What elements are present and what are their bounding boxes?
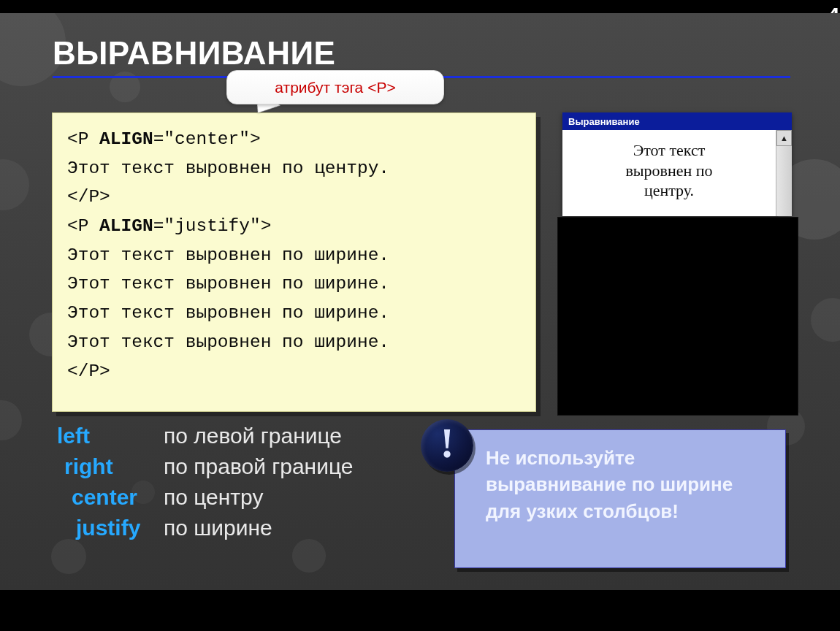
warning-text: Не используйте выравнивание по ширине дл… <box>486 447 733 522</box>
warning-icon: ! <box>421 419 473 472</box>
code-content: <P ALIGN="center"> Этот текст выровнен п… <box>52 112 536 412</box>
preview-line: выровнен по <box>625 161 712 180</box>
legend-row: center по центру <box>57 482 353 513</box>
empty-black-panel <box>557 217 798 416</box>
legend-row: right по правой границе <box>57 451 353 482</box>
browser-scrollbar[interactable]: ▲ <box>776 130 792 216</box>
legend-desc: по центру <box>164 482 263 513</box>
slide-title: ВЫРАВНИВАНИЕ <box>53 35 335 72</box>
legend-row: left по левой границе <box>57 421 353 451</box>
browser-titlebar: Выравнивание <box>562 112 792 130</box>
legend-desc: по левой границе <box>164 421 342 451</box>
scroll-up-button[interactable]: ▲ <box>776 130 792 146</box>
callout-bubble: атрибут тэга <P> <box>226 70 444 104</box>
preview-line: Этот текст <box>633 141 706 159</box>
slide-body: ВЫРАВНИВАНИЕ атрибут тэга <P> <P ALIGN="… <box>0 13 840 590</box>
code-block: <P ALIGN="center"> Этот текст выровнен п… <box>52 112 536 412</box>
callout-tag: <P> <box>367 79 396 96</box>
preview-line: центру. <box>644 181 694 199</box>
legend-keyword: justify <box>57 513 164 543</box>
legend-desc: по правой границе <box>164 451 353 482</box>
legend-desc: по ширине <box>164 513 272 543</box>
align-legend: left по левой границе right по правой гр… <box>57 421 353 543</box>
browser-preview: Выравнивание Этот текст выровнен по цент… <box>562 112 792 216</box>
callout-prefix: атрибут тэга <box>275 79 367 96</box>
browser-title: Выравнивание <box>568 116 640 127</box>
warning-panel: Не используйте выравнивание по ширине дл… <box>454 429 786 568</box>
legend-keyword: center <box>57 482 164 513</box>
browser-client-area: Этот текст выровнен по центру. <box>562 130 776 216</box>
legend-keyword: right <box>57 451 164 482</box>
slide-stage: 4 ВЫРАВНИВАНИЕ атрибут тэга <P> <P ALIGN… <box>0 0 840 631</box>
legend-row: justify по ширине <box>57 513 353 543</box>
exclamation-icon: ! <box>440 420 454 467</box>
legend-keyword: left <box>57 421 164 451</box>
